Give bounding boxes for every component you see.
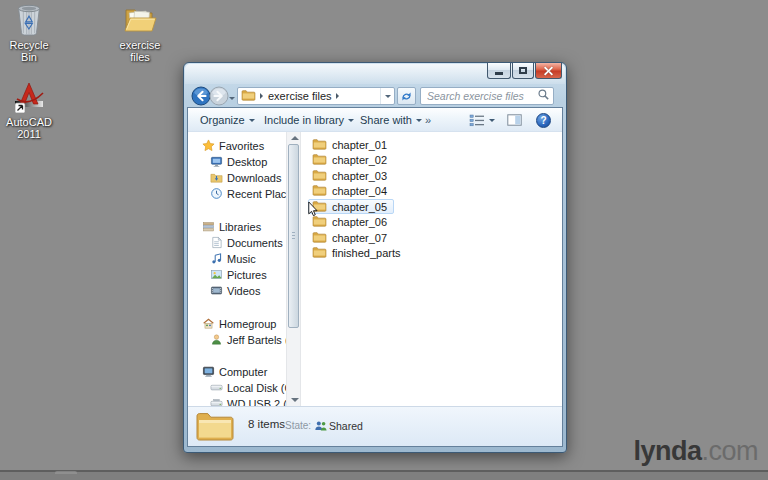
desktop-icon-recycle-bin[interactable]: Recycle Bin xyxy=(0,3,58,63)
desktop-icon-exercise-files[interactable]: exercise files xyxy=(111,5,169,63)
hard-disk-icon xyxy=(210,381,223,396)
downloads-icon xyxy=(210,171,223,186)
sidebar-scrollbar[interactable] xyxy=(286,132,301,406)
arrow-right-icon xyxy=(209,86,229,106)
star-icon xyxy=(202,139,215,154)
desktop-icon-autocad-2011[interactable]: AutoCAD2011 xyxy=(0,80,58,140)
sidebar-item-libraries[interactable]: Libraries xyxy=(188,219,286,235)
file-item-chapter-03[interactable]: chapter_03 xyxy=(302,168,562,184)
sidebar-item-recent-places[interactable]: Recent Places xyxy=(188,186,286,202)
state-label: State: xyxy=(285,420,311,431)
command-bar: Organize Include in library Share with » xyxy=(188,108,562,132)
maximize-button[interactable] xyxy=(512,63,534,79)
documents-icon xyxy=(210,236,223,251)
sidebar-item-wd-usb-drive[interactable]: WD USB 2 (F:) xyxy=(188,396,286,406)
help-button[interactable]: ? xyxy=(536,108,551,132)
file-item-chapter-01[interactable]: chapter_01 xyxy=(302,137,562,153)
breadcrumb-arrow-icon xyxy=(260,93,266,99)
sidebar-item-computer[interactable]: Computer xyxy=(188,364,286,380)
refresh-icon xyxy=(400,90,413,103)
chevron-down-icon xyxy=(489,119,495,125)
libraries-icon xyxy=(202,220,215,235)
file-list: chapter_01 chapter_02 chapter_03 chapter… xyxy=(302,132,562,406)
sidebar-item-downloads[interactable]: Downloads xyxy=(188,170,286,186)
minimize-button[interactable] xyxy=(487,63,511,79)
recent-locations-dropdown[interactable] xyxy=(229,97,235,103)
autocad-icon xyxy=(0,80,58,114)
search-input[interactable] xyxy=(427,90,537,102)
file-item-chapter-05[interactable]: chapter_05 xyxy=(302,199,562,215)
back-button[interactable] xyxy=(191,86,211,106)
close-button[interactable] xyxy=(535,63,562,79)
scrollbar-grip xyxy=(292,232,295,241)
sidebar-item-local-disk-c[interactable]: Local Disk (C:) xyxy=(188,380,286,396)
minimize-icon xyxy=(495,72,503,75)
views-icon xyxy=(469,114,485,127)
search-icon xyxy=(537,87,550,105)
help-icon: ? xyxy=(536,113,551,128)
music-note-icon xyxy=(210,252,223,267)
scroll-down-icon[interactable] xyxy=(291,398,299,402)
scroll-up-icon[interactable] xyxy=(291,136,299,140)
folder-icon xyxy=(312,231,327,245)
sidebar-item-documents[interactable]: Documents xyxy=(188,235,286,251)
navigation-pane: Favorites Desktop Downloads Recent Place… xyxy=(188,132,286,406)
screen-bottom-strip xyxy=(0,470,768,480)
chevron-down-icon xyxy=(416,119,422,125)
desktop: Recycle Bin exercise files AutoCAD2011 xyxy=(0,0,768,480)
shared-users-icon xyxy=(314,420,328,434)
preview-pane-button[interactable] xyxy=(507,108,522,132)
address-dropdown[interactable] xyxy=(380,88,394,104)
breadcrumb[interactable]: exercise files xyxy=(268,90,332,102)
sidebar-item-desktop[interactable]: Desktop xyxy=(188,154,286,170)
file-item-chapter-02[interactable]: chapter_02 xyxy=(302,153,562,169)
folder-view: Favorites Desktop Downloads Recent Place… xyxy=(188,132,562,406)
refresh-button[interactable] xyxy=(397,87,416,105)
file-item-chapter-06[interactable]: chapter_06 xyxy=(302,215,562,231)
toolbar-overflow-button[interactable]: » xyxy=(425,108,431,132)
close-icon xyxy=(544,66,553,75)
computer-icon xyxy=(202,365,215,380)
pictures-icon xyxy=(210,268,223,283)
folder-icon xyxy=(312,246,327,260)
explorer-window: exercise files Organize Include in xyxy=(183,62,567,453)
folder-icon xyxy=(312,138,327,152)
desktop-icon-label: AutoCAD2011 xyxy=(0,116,58,140)
open-folder-icon xyxy=(111,5,169,37)
usb-disk-icon xyxy=(210,397,223,407)
organize-menu-button[interactable]: Organize xyxy=(200,108,255,132)
videos-icon xyxy=(210,284,223,299)
clock-icon xyxy=(210,187,223,202)
arrow-left-icon xyxy=(191,86,211,106)
change-view-button[interactable] xyxy=(469,108,495,132)
address-bar[interactable]: exercise files xyxy=(237,87,395,105)
file-item-chapter-07[interactable]: chapter_07 xyxy=(302,230,562,246)
sidebar-item-music[interactable]: Music xyxy=(188,251,286,267)
recycle-bin-icon xyxy=(0,3,58,37)
forward-button[interactable] xyxy=(209,86,229,106)
chevron-down-icon xyxy=(249,119,255,125)
state-value: Shared xyxy=(329,420,363,432)
sidebar-item-favorites[interactable]: Favorites xyxy=(188,138,286,154)
maximize-icon xyxy=(519,67,527,74)
sidebar-item-homegroup[interactable]: Homegroup xyxy=(188,316,286,332)
sidebar-item-videos[interactable]: Videos xyxy=(188,283,286,299)
scrollbar-thumb[interactable] xyxy=(288,144,299,328)
file-item-finished-parts[interactable]: finished_parts xyxy=(302,246,562,262)
details-pane: 8 items State: Shared xyxy=(188,406,562,446)
user-icon xyxy=(210,333,223,348)
sidebar-item-pictures[interactable]: Pictures xyxy=(188,267,286,283)
search-box xyxy=(420,87,554,105)
strip-notch xyxy=(55,471,77,474)
desktop-icon-label: exercise files xyxy=(111,39,169,63)
chevron-down-icon xyxy=(348,119,354,125)
folder-icon xyxy=(241,87,256,105)
sidebar-item-user[interactable]: Jeff Bartels (JB- xyxy=(188,332,286,348)
file-item-chapter-04[interactable]: chapter_04 xyxy=(302,184,562,200)
lynda-watermark: lynda.com xyxy=(633,436,758,467)
desktop-icon-label: Recycle Bin xyxy=(0,39,58,63)
preview-pane-icon xyxy=(507,114,522,126)
item-count: 8 items xyxy=(248,418,285,430)
share-with-menu-button[interactable]: Share with xyxy=(360,108,422,132)
include-in-library-menu-button[interactable]: Include in library xyxy=(264,108,354,132)
